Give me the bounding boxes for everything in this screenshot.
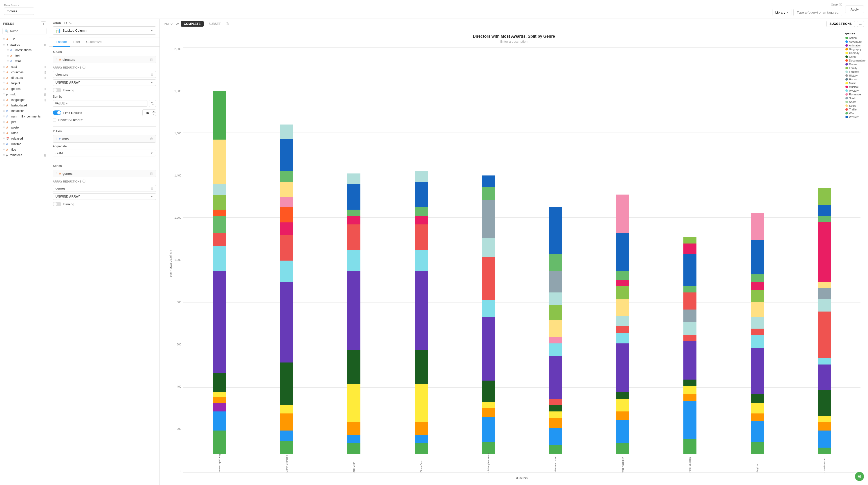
legend-item[interactable]: Mystery [845,89,861,92]
bar-segment[interactable] [751,290,764,302]
bar-segment[interactable] [482,381,495,402]
bar-segment[interactable] [683,341,696,379]
bar-segment[interactable] [818,188,831,205]
field-search-input[interactable] [10,29,44,33]
bar-segment[interactable] [213,403,226,412]
bar-stack[interactable] [415,171,428,454]
bar-segment[interactable] [751,442,764,454]
chart-type-select[interactable]: 📊 Stacked Column ▼ [53,26,156,35]
delete-series-icon[interactable]: 🗑 [150,171,153,175]
bar-segment[interactable] [616,399,629,412]
tab-complete[interactable]: COMPLETE [181,21,204,27]
bar-segment[interactable] [213,373,226,392]
datasource-input[interactable] [4,7,34,15]
bar-segment[interactable] [549,405,562,411]
query-input[interactable] [794,9,842,16]
aggregate-select[interactable]: SUM ▼ [53,150,156,156]
sort-direction-button[interactable]: ⇅ [149,100,156,107]
tab-encode[interactable]: Encode [53,37,70,47]
bar-segment[interactable] [751,403,764,414]
bar-segment[interactable] [616,333,629,344]
bar-segment[interactable] [347,173,361,184]
query-info-icon[interactable]: ⓘ [839,3,842,6]
bar-segment[interactable] [616,271,629,280]
bar-segment[interactable] [280,235,293,261]
bar-segment[interactable] [549,292,562,305]
bar-segment[interactable] [482,257,495,300]
bar-segment[interactable] [683,335,696,341]
tab-filter[interactable]: Filter [70,37,83,47]
limit-input[interactable] [143,110,152,116]
bar-segment[interactable] [549,271,562,292]
bar-segment[interactable] [616,326,629,333]
field-item-cast[interactable]: ⠿ A cast [] [1,64,48,69]
bar-segment[interactable] [415,207,428,216]
bar-segment[interactable] [616,443,629,454]
add-field-button[interactable]: + [41,21,46,26]
legend-item[interactable]: Family [845,67,861,69]
bar-segment[interactable] [818,364,831,390]
bar-segment[interactable] [549,445,562,454]
bar-segment[interactable] [683,380,696,386]
bar-segment[interactable] [751,335,764,348]
bar-segment[interactable] [482,408,495,417]
bar-segment[interactable] [280,430,293,441]
legend-item[interactable]: Western [845,116,861,119]
field-item-num-mflix[interactable]: ⠿ # num_mflix_comments [1,114,48,119]
bar-segment[interactable] [683,292,696,310]
binning-series-toggle[interactable] [53,202,61,206]
bar-segment[interactable] [347,224,361,250]
more-options-button[interactable]: ... [857,21,864,27]
bar-stack[interactable] [213,91,226,454]
legend-item[interactable]: Short [845,100,861,103]
bar-segment[interactable] [280,261,293,282]
bar-segment[interactable] [549,305,562,320]
legend-item[interactable]: Romance [845,93,861,96]
bar-stack[interactable] [280,125,293,454]
bar-segment[interactable] [280,139,293,171]
field-item-countries[interactable]: ⠿ A countries [] [1,69,48,75]
bar-segment[interactable] [616,286,629,299]
suggestions-button[interactable]: SUGGESTIONS [826,21,855,27]
bar-segment[interactable] [280,182,293,197]
bar-segment[interactable] [549,412,562,418]
delete-y-axis-icon[interactable]: 🗑 [150,137,153,141]
bar-segment[interactable] [482,238,495,257]
bar-segment[interactable] [818,422,831,430]
legend-item[interactable]: Sci-Fi [845,97,861,100]
x-axis-unwind-select[interactable]: UNWIND ARRAY ▼ [53,79,156,86]
field-item-directors[interactable]: ⠿ A directors [] [1,75,48,80]
bar-segment[interactable] [818,299,831,312]
bar-segment[interactable] [347,184,361,209]
bar-segment[interactable] [213,184,226,195]
field-item-languages[interactable]: ⠿ A languages [] [1,97,48,103]
field-item-released[interactable]: ⠿ 📅 released [1,136,48,141]
bar-segment[interactable] [482,442,495,454]
field-item-id[interactable]: ⠿ A _id [1,36,48,42]
library-button[interactable]: Library ▼ [773,9,792,16]
legend-item[interactable]: Fantasy [845,70,861,73]
bar-segment[interactable] [415,224,428,250]
field-group-awards-header[interactable]: ⠿ ▼ awards {} [1,42,48,47]
bar-segment[interactable] [818,312,831,358]
field-group-tomatoes-header[interactable]: ⠿ ▶ tomatoes {} [1,152,48,158]
bar-segment[interactable] [818,358,831,364]
tab-customize[interactable]: Customize [83,37,104,47]
field-item-rated[interactable]: ⠿ A rated [1,130,48,136]
bar-segment[interactable] [549,337,562,343]
bar-segment[interactable] [280,282,293,362]
bar-segment[interactable] [280,125,293,139]
legend-item[interactable]: War [845,112,861,115]
field-item-title[interactable]: ⠿ A title [1,147,48,152]
bar-segment[interactable] [683,439,696,454]
bar-stack[interactable] [751,213,764,454]
bar-segment[interactable] [549,356,562,399]
bar-segment[interactable] [213,209,226,216]
array-reductions-x-info-icon[interactable]: ⓘ [82,65,85,69]
bar-segment[interactable] [751,302,764,317]
bar-segment[interactable] [683,244,696,254]
bar-segment[interactable] [347,216,361,224]
legend-item[interactable]: History [845,74,861,77]
bar-segment[interactable] [213,91,226,139]
bar-segment[interactable] [818,448,831,454]
